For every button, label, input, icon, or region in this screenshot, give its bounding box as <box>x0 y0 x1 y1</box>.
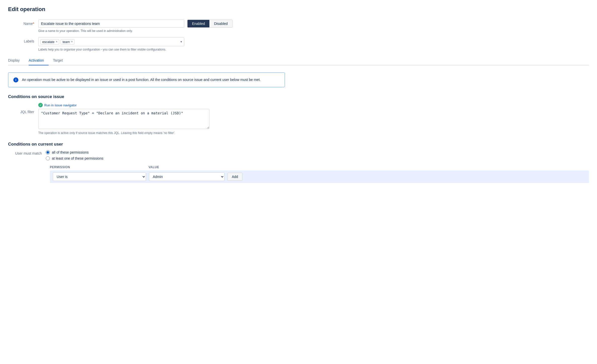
remove-team-tag[interactable]: × <box>71 40 73 43</box>
required-marker: * <box>33 22 34 26</box>
radio-one-input[interactable] <box>46 156 50 160</box>
run-in-navigator: ✓ Run in issue navigator <box>38 103 589 107</box>
radio-all-label: all of these permissions <box>52 150 89 154</box>
labels-dropdown-arrow[interactable]: ▾ <box>180 40 182 43</box>
tab-display[interactable]: Display <box>8 56 24 65</box>
jql-textarea[interactable]: "Customer Request Type" = "Declare an in… <box>38 109 209 129</box>
labels-row: Labels escalate × team × ▾ Labels help y… <box>8 37 589 51</box>
enabled-button[interactable]: Enabled <box>188 20 209 27</box>
info-icon: i <box>13 77 18 82</box>
labels-input[interactable]: escalate × team × ▾ <box>38 37 184 46</box>
radio-all-input[interactable] <box>46 150 50 154</box>
check-icon: ✓ <box>38 103 43 107</box>
name-input[interactable] <box>38 20 184 28</box>
permission-table: Permission Value User is User is in grou… <box>50 164 589 183</box>
jql-filter-label: JQL filter <box>8 103 38 114</box>
enabled-disabled-toggle: Enabled Disabled <box>187 20 233 28</box>
jql-hint: The operation is active only if source i… <box>38 131 589 135</box>
labels-field-content: escalate × team × ▾ Labels help you to o… <box>38 37 589 51</box>
radio-one-label: at least one of these permissions <box>52 156 103 160</box>
perm-table-header: Permission Value <box>50 164 589 170</box>
labels-label: Labels <box>8 37 38 43</box>
add-button[interactable]: Add <box>228 173 242 181</box>
radio-one-permission[interactable]: at least one of these permissions <box>46 156 103 160</box>
tabs: Display Activation Target <box>8 56 589 65</box>
conditions-user-section: Conditions on current user User must mat… <box>8 142 589 183</box>
permission-col-header: Permission <box>50 165 145 169</box>
conditions-source-title: Conditions on source issue <box>8 94 589 99</box>
disabled-button[interactable]: Disabled <box>209 20 232 27</box>
label-tag-team: team × <box>61 39 74 44</box>
radio-group: all of these permissions at least one of… <box>46 150 103 160</box>
name-label: Name* <box>8 20 38 26</box>
jql-filter-row: JQL filter ✓ Run in issue navigator "Cus… <box>8 103 589 135</box>
user-must-match-row: User must match all of these permissions… <box>8 150 589 160</box>
tab-target[interactable]: Target <box>53 56 67 65</box>
remove-escalate-tag[interactable]: × <box>56 40 57 43</box>
label-tag-escalate: escalate × <box>41 39 59 44</box>
info-text: An operation must be active to be displa… <box>22 77 261 82</box>
value-col-header: Value <box>148 165 224 169</box>
tab-activation[interactable]: Activation <box>29 56 49 65</box>
name-field-content: Enabled Disabled Give a name to your ope… <box>38 20 589 33</box>
jql-filter-content: ✓ Run in issue navigator "Customer Reque… <box>38 103 589 135</box>
value-select[interactable]: Admin Developer Manager <box>149 172 225 181</box>
run-in-navigator-link[interactable]: Run in issue navigator <box>44 103 77 107</box>
permission-row: User is User is in group User is in role… <box>50 170 589 183</box>
permission-select[interactable]: User is User is in group User is in role <box>53 172 146 181</box>
labels-hint: Labels help you to organise your configu… <box>38 48 589 51</box>
conditions-user-title: Conditions on current user <box>8 142 589 147</box>
name-hint: Give a name to your operation. This will… <box>38 29 589 33</box>
name-row: Name* Enabled Disabled Give a name to yo… <box>8 20 589 33</box>
info-box: i An operation must be active to be disp… <box>8 72 285 87</box>
user-must-match-label: User must match <box>8 150 46 155</box>
radio-all-permissions[interactable]: all of these permissions <box>46 150 103 154</box>
page-title: Edit operation <box>8 6 589 13</box>
